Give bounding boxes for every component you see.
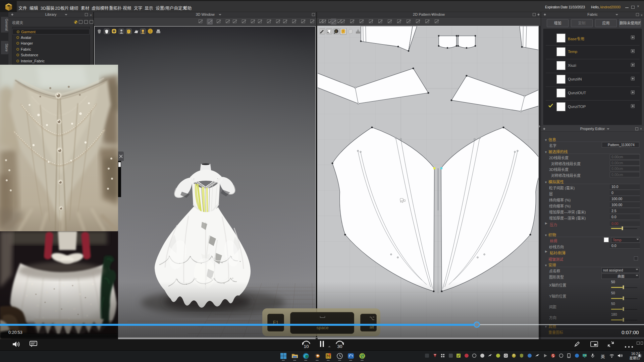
svg-text:i: i [336, 29, 336, 33]
svg-text:10: 10 [304, 344, 309, 349]
svg-text:30: 30 [337, 344, 342, 349]
